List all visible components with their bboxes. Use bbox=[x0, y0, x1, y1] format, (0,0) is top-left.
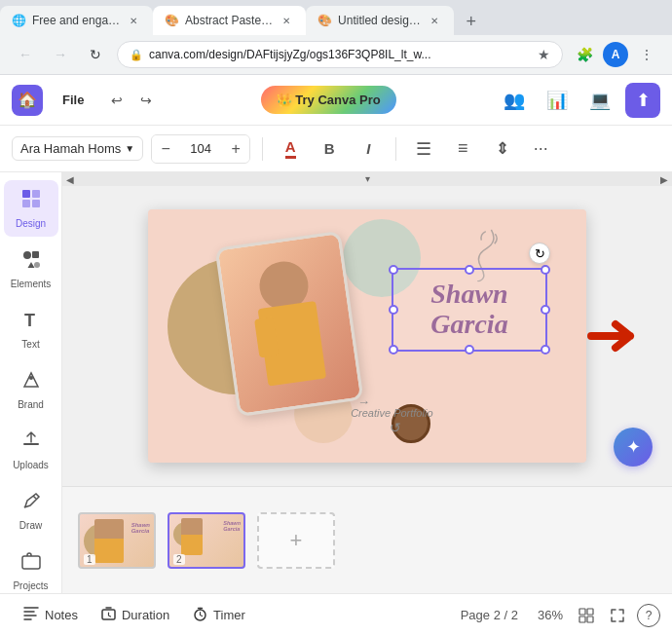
scroll-left-arrow[interactable]: ◀ bbox=[66, 174, 74, 185]
canvas-reload-icon[interactable]: ↺ bbox=[390, 420, 401, 435]
more-options-button[interactable]: ··· bbox=[525, 133, 556, 165]
align-button[interactable]: ☰ bbox=[408, 133, 439, 165]
sidebar-item-design[interactable]: Design bbox=[4, 180, 58, 237]
sidebar-item-brand[interactable]: Brand bbox=[4, 361, 58, 418]
profile-icon[interactable]: A bbox=[602, 41, 629, 68]
tab-2-close[interactable]: ✕ bbox=[279, 13, 294, 28]
page-info: Page 2 / 2 bbox=[449, 608, 530, 622]
try-pro-button[interactable]: 👑 Try Canva Pro bbox=[261, 86, 396, 114]
font-dropdown-icon: ▼ bbox=[125, 143, 134, 154]
browser-tab-1[interactable]: 🌐 Free and enga… ✕ bbox=[0, 6, 153, 35]
design-canvas[interactable]: ↻ Shawn Garcia → Creative Portfolio ↺ bbox=[148, 209, 586, 463]
canvas-name-line2: Garcia bbox=[430, 309, 507, 339]
canvas-wrapper: ↻ Shawn Garcia → Creative Portfolio ↺ bbox=[148, 209, 586, 463]
selection-handle-br[interactable] bbox=[541, 345, 550, 355]
canvas-name-line1: Shawn bbox=[430, 279, 507, 309]
redo-button[interactable]: ↪ bbox=[132, 87, 160, 114]
italic-button[interactable]: I bbox=[353, 133, 384, 165]
browser-tab-3[interactable]: 🎨 Untitled desig… ✕ bbox=[306, 6, 454, 35]
browser-tab-2[interactable]: 🎨 Abstract Paste… ✕ bbox=[153, 6, 306, 35]
text-color-button[interactable]: A bbox=[275, 133, 306, 165]
bold-button[interactable]: B bbox=[314, 133, 345, 165]
canva-app: 🏠 File ↩ ↪ 👑 Try Canva Pro 👥 📊 💻 ⬆ Ara H… bbox=[0, 75, 672, 635]
url-bar[interactable]: 🔒 canva.com/design/DAFtijsjyZg/ogs136F3Q… bbox=[117, 41, 563, 68]
svg-point-6 bbox=[34, 262, 40, 268]
canva-sidebar: Design Elements T Text Brand bbox=[0, 172, 62, 593]
svg-rect-10 bbox=[22, 556, 40, 569]
svg-rect-5 bbox=[32, 251, 39, 258]
analytics-button[interactable]: 📊 bbox=[540, 83, 575, 118]
sidebar-label-text: Text bbox=[21, 339, 39, 350]
font-size-minus[interactable]: − bbox=[152, 135, 179, 163]
sidebar-item-uploads[interactable]: Uploads bbox=[4, 422, 58, 478]
share-users-button[interactable]: 👥 bbox=[497, 83, 532, 118]
font-size-input[interactable] bbox=[183, 141, 218, 156]
canvas-subtitle[interactable]: Creative Portfolio bbox=[351, 407, 432, 419]
duration-button[interactable]: Duration bbox=[90, 601, 181, 630]
fullscreen-button[interactable] bbox=[602, 600, 633, 631]
canva-home-button[interactable]: 🏠 bbox=[12, 85, 43, 116]
selection-handle-bl[interactable] bbox=[389, 345, 398, 355]
zoom-level[interactable]: 36% bbox=[530, 608, 571, 622]
undo-button[interactable]: ↩ bbox=[103, 87, 131, 114]
font-selector[interactable]: Ara Hamah Homs ▼ bbox=[12, 136, 143, 161]
sidebar-item-text[interactable]: T Text bbox=[4, 301, 58, 357]
help-button[interactable]: ? bbox=[637, 604, 660, 627]
tab-bar: 🌐 Free and enga… ✕ 🎨 Abstract Paste… ✕ 🎨… bbox=[0, 0, 672, 35]
sidebar-item-projects[interactable]: Projects bbox=[4, 542, 58, 593]
thumbnail-strip: ShawnGarcia 1 ShawnGarcia 2 + bbox=[62, 486, 672, 593]
forward-button[interactable]: → bbox=[47, 41, 74, 68]
tab-3-close[interactable]: ✕ bbox=[427, 13, 442, 28]
svg-rect-9 bbox=[23, 443, 39, 445]
list-button[interactable]: ≡ bbox=[447, 133, 478, 165]
tab-1-close[interactable]: ✕ bbox=[126, 13, 141, 28]
toolbar-divider-1 bbox=[262, 137, 263, 161]
sidebar-item-draw[interactable]: Draw bbox=[4, 482, 58, 539]
selection-handle-tm[interactable] bbox=[465, 265, 474, 275]
canvas-tablet-element[interactable] bbox=[214, 231, 363, 417]
present-button[interactable]: 💻 bbox=[582, 83, 617, 118]
menu-icon[interactable]: ⋮ bbox=[633, 41, 660, 68]
canva-toolbar: Ara Hamah Homs ▼ − + A B I ☰ ≡ ⇕ ··· bbox=[0, 126, 672, 172]
file-menu-button[interactable]: File bbox=[51, 87, 95, 113]
publish-button[interactable]: ⬆ bbox=[625, 83, 660, 118]
canvas-text-element[interactable]: ↻ Shawn Garcia bbox=[392, 268, 547, 352]
thumbnail-page-2[interactable]: ShawnGarcia 2 bbox=[168, 512, 245, 569]
tab-2-title: Abstract Paste… bbox=[185, 14, 273, 27]
history-buttons: ↩ ↪ bbox=[103, 87, 160, 114]
tab-3-title: Untitled desig… bbox=[338, 14, 421, 27]
canva-title-center: 👑 Try Canva Pro bbox=[168, 86, 489, 114]
rotate-button[interactable]: ↻ bbox=[529, 243, 550, 264]
selection-handle-mr[interactable] bbox=[541, 305, 550, 315]
selection-handle-ml[interactable] bbox=[389, 305, 398, 315]
selection-handle-bm[interactable] bbox=[465, 345, 474, 355]
reload-button[interactable]: ↻ bbox=[82, 41, 109, 68]
sidebar-label-design: Design bbox=[16, 218, 46, 229]
notes-button[interactable]: Notes bbox=[12, 601, 90, 629]
elements-icon bbox=[20, 248, 42, 275]
spacing-button[interactable]: ⇕ bbox=[486, 133, 517, 165]
add-page-button[interactable]: + bbox=[257, 512, 335, 569]
timer-button[interactable]: Timer bbox=[181, 601, 257, 630]
sidebar-item-elements[interactable]: Elements bbox=[4, 241, 58, 297]
magic-button[interactable]: ✦ bbox=[614, 428, 653, 467]
svg-rect-2 bbox=[22, 200, 30, 207]
selection-handle-tr[interactable] bbox=[541, 265, 550, 275]
grid-view-button[interactable] bbox=[571, 600, 602, 631]
profile-avatar[interactable]: A bbox=[603, 42, 628, 67]
thumbnail-page-1[interactable]: ShawnGarcia 1 bbox=[78, 512, 156, 569]
canva-top-actions: 👥 📊 💻 ⬆ bbox=[497, 83, 660, 118]
extensions-icon[interactable]: 🧩 bbox=[571, 41, 598, 68]
back-button[interactable]: ← bbox=[12, 41, 39, 68]
canvas-area: ◀ ▾ ▶ bbox=[62, 172, 672, 593]
selection-handle-tl[interactable] bbox=[389, 265, 398, 275]
uploads-icon bbox=[20, 430, 42, 456]
canvas-scroll-area[interactable]: ↻ Shawn Garcia → Creative Portfolio ↺ bbox=[62, 186, 672, 486]
scroll-right-arrow[interactable]: ▶ bbox=[660, 174, 668, 185]
top-scroll-bar[interactable]: ◀ ▾ ▶ bbox=[62, 172, 672, 186]
new-tab-button[interactable]: + bbox=[458, 8, 485, 35]
font-size-plus[interactable]: + bbox=[222, 135, 249, 163]
toolbar-divider-2 bbox=[395, 137, 396, 161]
svg-rect-1 bbox=[32, 190, 40, 198]
sidebar-label-draw: Draw bbox=[19, 520, 42, 531]
